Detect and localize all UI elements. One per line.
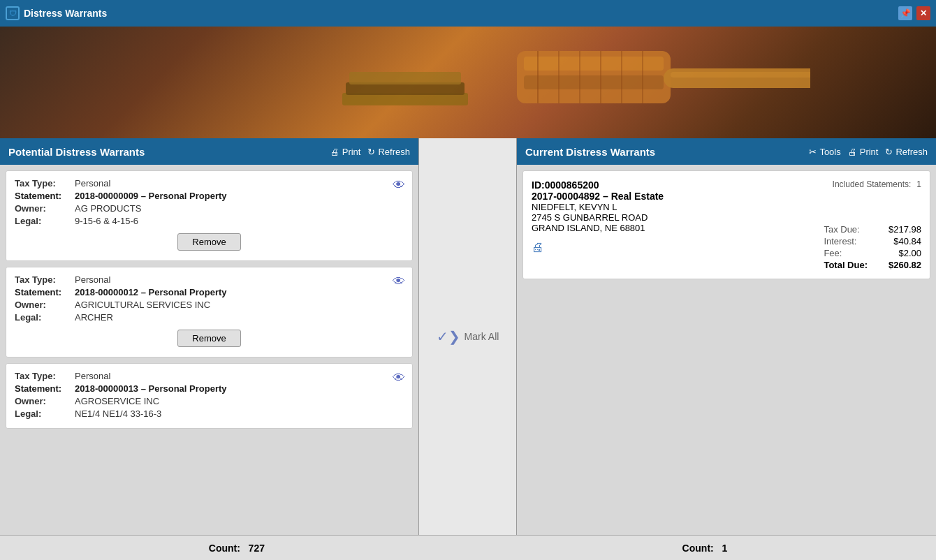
right-panel: Current Distress Warrants ✂ Tools 🖨 Prin… [517, 138, 936, 535]
right-card-financials: Included Statements: 1 Tax Due: $217.98 … [824, 179, 921, 270]
gavel-illustration [321, 37, 810, 138]
tools-button[interactable]: ✂ Tools [809, 147, 840, 157]
left-panel-header: Potential Distress Warrants 🖨 Print ↻ Re… [0, 138, 418, 165]
legal-label: Legal: [15, 312, 71, 323]
title-bar: 🛡 Distress Warrants 📌 ✕ [0, 0, 936, 27]
remove-button[interactable]: Remove [177, 330, 240, 347]
left-panel-title: Potential Distress Warrants [8, 146, 145, 158]
tax-type-value: Personal [75, 274, 110, 285]
refresh-icon: ↻ [367, 147, 375, 157]
middle-column: ✓❯ Mark All [419, 138, 517, 535]
right-panel-actions: ✂ Tools 🖨 Print ↻ Refresh [809, 147, 928, 157]
owner-label: Owner: [15, 396, 71, 406]
statement-label: Statement: [15, 383, 71, 394]
status-bar: Count: 727 Count: 1 [0, 535, 936, 560]
card-print-icon[interactable]: 🖨 [532, 240, 821, 255]
svg-rect-2 [349, 72, 461, 84]
warrant-card: 👁 Tax Type: Personal Statement: 2018-000… [6, 267, 413, 358]
included-label: Included Statements: [833, 179, 912, 189]
tools-icon: ✂ [809, 147, 817, 157]
right-print-button[interactable]: 🖨 Print [848, 147, 879, 157]
printer-icon: 🖨 [330, 147, 339, 157]
owner-label: Owner: [15, 203, 71, 214]
tax-due-value: $217.98 [889, 224, 921, 235]
statement-value: 2018-00000009 – Personal Property [75, 191, 227, 201]
left-panel-actions: 🖨 Print ↻ Refresh [330, 147, 410, 157]
pin-button[interactable]: 📌 [898, 6, 912, 20]
legal-value: 9-15-6 & 4-15-6 [75, 216, 138, 226]
eye-icon[interactable]: 👁 [393, 178, 405, 193]
mark-all-icon: ✓❯ [437, 328, 460, 345]
refresh-icon: ↻ [885, 147, 893, 157]
tax-type-label: Tax Type: [15, 371, 71, 381]
total-due-value: $260.82 [889, 260, 921, 270]
statement-label: Statement: [15, 287, 71, 297]
owner-value: AG PRODUCTS [75, 203, 141, 214]
left-print-button[interactable]: 🖨 Print [330, 147, 361, 157]
tax-type-value: Personal [75, 371, 110, 381]
left-count: Count: 727 [209, 543, 265, 554]
left-refresh-button[interactable]: ↻ Refresh [367, 147, 410, 157]
included-value: 1 [916, 179, 921, 189]
fee-value: $2.00 [898, 248, 921, 258]
tax-due-label: Tax Due: [824, 224, 859, 235]
statement-value: 2018-00000012 – Personal Property [75, 287, 227, 297]
left-panel: Potential Distress Warrants 🖨 Print ↻ Re… [0, 138, 419, 535]
warrant-id: ID:0000865200 [532, 179, 821, 191]
right-refresh-button[interactable]: ↻ Refresh [885, 147, 928, 157]
right-panel-title: Current Distress Warrants [525, 146, 655, 158]
eye-icon[interactable]: 👁 [393, 274, 405, 289]
app-icon: 🛡 [6, 6, 20, 20]
tax-type-label: Tax Type: [15, 274, 71, 285]
current-warrants-list: ID:0000865200 2017-00004892 – Real Estat… [517, 165, 936, 535]
title-bar-text: Distress Warrants [24, 8, 894, 19]
right-card-info: ID:0000865200 2017-00004892 – Real Estat… [532, 179, 821, 270]
fee-label: Fee: [824, 248, 842, 258]
legal-value: NE1/4 NE1/4 33-16-3 [75, 408, 161, 419]
svg-rect-12 [664, 68, 810, 88]
printer-icon: 🖨 [848, 147, 857, 157]
mark-all-button[interactable]: ✓❯ Mark All [437, 328, 499, 345]
owner-value: AGRICULTURAL SERVICES INC [75, 300, 210, 310]
eye-icon[interactable]: 👁 [393, 371, 405, 385]
owner-value: AGROSERVICE INC [75, 396, 159, 406]
tax-type-label: Tax Type: [15, 178, 71, 189]
legal-label: Legal: [15, 216, 71, 226]
remove-button[interactable]: Remove [177, 233, 240, 251]
tax-type-value: Personal [75, 178, 110, 189]
warrant-card: 👁 Tax Type: Personal Statement: 2018-000… [6, 170, 413, 261]
legal-value: ARCHER [75, 312, 113, 323]
owner-label: Owner: [15, 300, 71, 310]
current-warrant-card: ID:0000865200 2017-00004892 – Real Estat… [522, 170, 930, 279]
legal-label: Legal: [15, 408, 71, 419]
total-due-label: Total Due: [824, 260, 868, 270]
close-button[interactable]: ✕ [916, 6, 930, 20]
warrant-name: NIEDFELT, KEVYN L [532, 202, 821, 212]
hero-image [0, 27, 936, 138]
warrant-city: GRAND ISLAND, NE 68801 [532, 223, 821, 233]
warrant-address: 2745 S GUNBARREL ROAD [532, 212, 821, 223]
statement-value: 2018-00000013 – Personal Property [75, 383, 227, 394]
svg-rect-13 [671, 72, 810, 78]
main-content: Potential Distress Warrants 🖨 Print ↻ Re… [0, 138, 936, 535]
statement-label: Statement: [15, 191, 71, 201]
interest-label: Interest: [824, 236, 856, 246]
interest-value: $40.84 [893, 236, 921, 246]
right-panel-header: Current Distress Warrants ✂ Tools 🖨 Prin… [517, 138, 936, 165]
potential-warrants-list: 👁 Tax Type: Personal Statement: 2018-000… [0, 165, 418, 535]
warrant-statement: 2017-00004892 – Real Estate [532, 191, 821, 202]
warrant-card: 👁 Tax Type: Personal Statement: 2018-000… [6, 363, 413, 429]
right-count: Count: 1 [682, 543, 728, 554]
